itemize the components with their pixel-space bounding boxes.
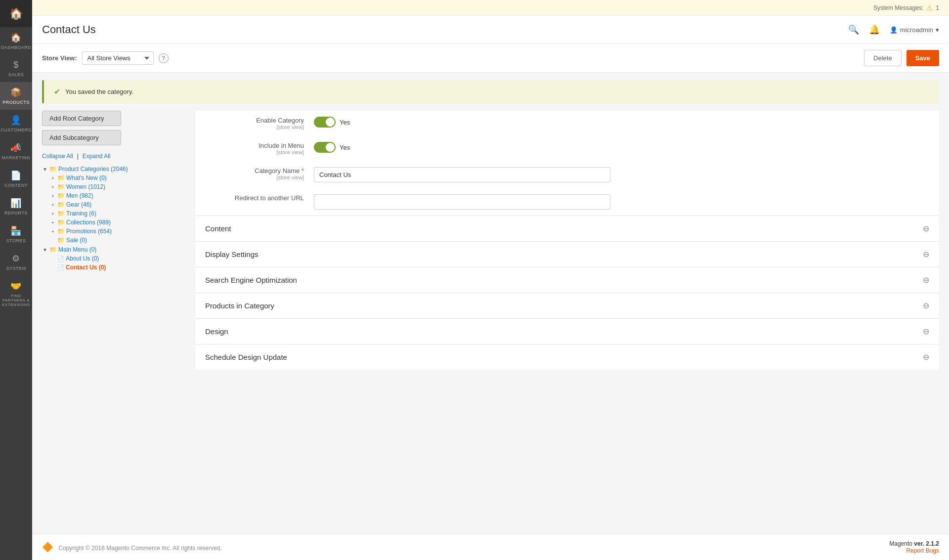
tree-row-training[interactable]: + 📁 Training (6) (50, 209, 180, 218)
user-dropdown-icon: ▾ (936, 26, 939, 34)
tree-label-product-categories: Product Categories (2046) (58, 166, 128, 172)
category-name-input[interactable] (314, 167, 610, 182)
redirect-url-input[interactable] (314, 194, 610, 210)
tree-label-women: Women (1012) (66, 183, 105, 190)
partners-icon: 🤝 (10, 281, 22, 292)
dashboard-icon: 🏠 (10, 32, 22, 43)
footer-copyright: 🔶 Copyright © 2016 Magento Commerce Inc.… (42, 542, 222, 553)
sidebar-item-sales[interactable]: $ SALES (0, 55, 32, 82)
accordion-label-schedule: Schedule Design Update (205, 353, 287, 361)
tree-node-root: ▼ 📁 Product Categories (2046) + 📁 What's… (42, 165, 180, 245)
success-icon: ✔ (54, 87, 60, 96)
enable-category-toggle[interactable] (314, 117, 336, 128)
redirect-url-control (314, 194, 939, 210)
accordion-header-seo[interactable]: Search Engine Optimization ⊖ (195, 267, 939, 293)
tree-row-women[interactable]: + 📁 Women (1012) (50, 182, 180, 191)
stores-icon: 🏪 (10, 225, 22, 236)
tree-label-promotions: Promotions (654) (66, 228, 112, 235)
folder-icon-gear: 📁 (57, 201, 65, 208)
sidebar-item-customers[interactable]: 👤 CUSTOMERS (0, 110, 32, 137)
accordion-chevron-content: ⊖ (923, 224, 929, 233)
main-content: System Messages: ⚠ 1 Contact Us 🔍 🔔 👤 mi… (32, 0, 949, 560)
tree-toggle-root: ▼ (42, 166, 48, 172)
tree-row-men[interactable]: + 📁 Men (982) (50, 191, 180, 200)
user-name: microadmin (900, 26, 933, 34)
store-view-select[interactable]: All Store Views Default Store View (82, 51, 154, 65)
report-bugs-link[interactable]: Report Bugs (906, 547, 939, 554)
folder-icon-promotions: 📁 (57, 228, 65, 235)
tree-actions-separator: | (77, 153, 79, 160)
folder-icon-collections: 📁 (57, 219, 65, 226)
sidebar-item-reports[interactable]: 📊 REPORTS (0, 193, 32, 220)
content-area: Add Root Category Add Subcategory Collap… (32, 111, 949, 534)
accordion-header-products[interactable]: Products in Category ⊖ (195, 293, 939, 318)
accordion-chevron-seo: ⊖ (923, 275, 929, 285)
tree-toggle-men: + (50, 193, 56, 199)
help-icon[interactable]: ? (159, 53, 169, 63)
folder-icon-men: 📁 (57, 192, 65, 199)
add-subcategory-button[interactable]: Add Subcategory (42, 130, 121, 145)
sidebar-item-stores[interactable]: 🏪 STORES (0, 220, 32, 248)
accordion-schedule: Schedule Design Update ⊖ (195, 344, 939, 370)
notification-icon[interactable]: 🔔 (869, 24, 880, 35)
page-icon-contact-us: 📄 (57, 264, 64, 271)
tree-row-promotions[interactable]: + 📁 Promotions (654) (50, 227, 180, 236)
expand-all-link[interactable]: Expand All (83, 153, 111, 160)
tree-row-sale[interactable]: 📁 Sale (0) (50, 236, 180, 245)
products-icon: 📦 (10, 87, 22, 98)
tree-toggle-about-us (50, 256, 56, 261)
marketing-icon: 📣 (10, 142, 22, 153)
tree-row-contact-us[interactable]: 📄 Contact Us (0) (50, 263, 180, 272)
accordion-header-schedule[interactable]: Schedule Design Update ⊖ (195, 345, 939, 370)
tree-row-product-categories[interactable]: ▼ 📁 Product Categories (2046) (42, 165, 180, 173)
tree-row-gear[interactable]: + 📁 Gear (46) (50, 200, 180, 209)
add-root-category-button[interactable]: Add Root Category (42, 111, 121, 126)
sidebar-item-dashboard[interactable]: 🏠 DASHBOARD (0, 27, 32, 55)
accordion-chevron-schedule: ⊖ (923, 352, 929, 362)
delete-button[interactable]: Delete (864, 50, 902, 66)
form-section: Enable Category [store view] Yes Include… (195, 111, 939, 215)
accordion-label-display: Display Settings (205, 250, 259, 258)
sidebar-label-partners: FIND PARTNERS & EXTENSIONS (2, 294, 30, 307)
tree-toggle-gear: + (50, 202, 56, 208)
sales-icon: $ (13, 60, 19, 70)
system-bar: System Messages: ⚠ 1 (32, 0, 949, 16)
tree-toggle-sale (50, 237, 56, 243)
sidebar-item-marketing[interactable]: 📣 MARKETING (0, 137, 32, 165)
sidebar-label-products: PRODUCTS (2, 100, 30, 105)
sidebar-item-products[interactable]: 📦 PRODUCTS (0, 82, 32, 110)
sidebar-item-system[interactable]: ⚙ SYSTEM (0, 248, 32, 276)
sidebar-item-content[interactable]: 📄 CONTENT (0, 165, 32, 193)
magento-logo-small: 🔶 (42, 542, 53, 552)
accordion-header-content[interactable]: Content ⊖ (195, 216, 939, 241)
page-title: Contact Us (42, 23, 96, 36)
system-bar-count: 1 (936, 4, 939, 11)
left-panel: Add Root Category Add Subcategory Collap… (42, 111, 190, 524)
tree-row-main-menu[interactable]: ▼ 📁 Main Menu (0) (42, 245, 180, 254)
accordion-content: Content ⊖ (195, 215, 939, 241)
search-icon[interactable]: 🔍 (848, 24, 859, 35)
accordion-header-design[interactable]: Design ⊖ (195, 319, 939, 344)
sidebar-label-system: SYSTEM (6, 266, 26, 271)
user-menu[interactable]: 👤 microadmin ▾ (890, 26, 939, 34)
folder-icon-training: 📁 (57, 210, 65, 217)
tree-actions: Collapse All | Expand All (42, 153, 180, 160)
tree-toggle-women: + (50, 184, 56, 190)
tree-row-collections[interactable]: + 📁 Collections (989) (50, 218, 180, 227)
tree-row-about-us[interactable]: 📄 About Us (0) (50, 254, 180, 263)
sidebar: 🏠 🏠 DASHBOARD $ SALES 📦 PRODUCTS 👤 CUSTO… (0, 0, 32, 560)
include-in-menu-toggle[interactable] (314, 142, 336, 153)
include-in-menu-control: Yes (314, 142, 939, 153)
collapse-all-link[interactable]: Collapse All (42, 153, 73, 160)
accordion-header-display[interactable]: Display Settings ⊖ (195, 242, 939, 267)
accordion-label-content: Content (205, 224, 231, 233)
tree-row-whats-new[interactable]: + 📁 What's New (0) (50, 173, 180, 182)
enable-category-toggle-label: Yes (340, 119, 350, 126)
tree-label-collections: Collections (989) (66, 219, 111, 226)
right-panel: Enable Category [store view] Yes Include… (190, 111, 939, 524)
content-icon: 📄 (10, 170, 22, 181)
save-button[interactable]: Save (906, 50, 939, 66)
sidebar-item-partners[interactable]: 🤝 FIND PARTNERS & EXTENSIONS (0, 276, 32, 312)
customers-icon: 👤 (10, 115, 22, 126)
folder-icon-whats-new: 📁 (57, 174, 65, 181)
